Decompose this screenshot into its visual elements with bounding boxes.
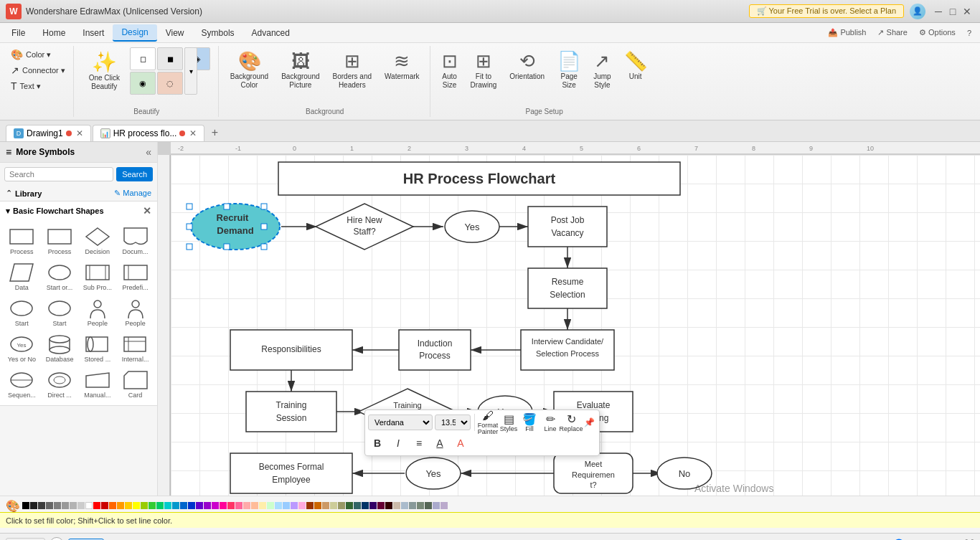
- color-swatch-darkpurple[interactable]: [377, 502, 385, 509]
- color-swatch-green3[interactable]: [156, 502, 164, 509]
- color-swatch-darkbrown[interactable]: [385, 502, 392, 509]
- color-swatch-purple2[interactable]: [204, 502, 211, 509]
- shape-people-2[interactable]: People: [118, 296, 153, 329]
- color-swatch-yellow[interactable]: [125, 502, 132, 509]
- align-button[interactable]: ≡: [410, 434, 428, 453]
- font-name-select[interactable]: Verdana: [368, 415, 433, 430]
- color-swatch-dark2[interactable]: [38, 502, 45, 509]
- tab1-close-icon[interactable]: ✕: [76, 128, 83, 138]
- color-swatch-black[interactable]: [22, 502, 29, 509]
- color-swatch-rose[interactable]: [298, 502, 306, 509]
- beautify-more[interactable]: ▾: [184, 47, 197, 95]
- publish-btn[interactable]: 📤 Publish: [822, 27, 872, 39]
- jump-style-button[interactable]: ↗ Jump Style: [588, 47, 616, 93]
- beautify-style-4[interactable]: ◉: [130, 72, 156, 95]
- color-swatch-indigo[interactable]: [369, 502, 377, 509]
- color-swatch-navy[interactable]: [362, 502, 369, 509]
- add-tab-button[interactable]: +: [206, 124, 223, 141]
- menu-file[interactable]: File: [3, 25, 34, 41]
- text-button[interactable]: T Text ▾: [7, 79, 69, 93]
- menu-advanced[interactable]: Advanced: [243, 25, 298, 41]
- color-swatch-khaki[interactable]: [330, 502, 337, 509]
- shape-process-1[interactable]: Process: [4, 224, 39, 257]
- shape-start-or[interactable]: Start or...: [42, 260, 77, 293]
- color-swatch-blue3[interactable]: [188, 502, 195, 509]
- background-picture-button[interactable]: 🖼 Background Picture: [275, 47, 325, 93]
- color-swatch-red2[interactable]: [101, 502, 108, 509]
- close-button[interactable]: ✕: [960, 4, 974, 19]
- connector-button[interactable]: ↗ Connector ▾: [7, 63, 69, 77]
- color-swatch-lightgreen1[interactable]: [267, 502, 274, 509]
- sidebar-collapse-icon[interactable]: «: [146, 146, 151, 158]
- shape-start-oval[interactable]: Start: [4, 296, 39, 329]
- color-swatch-darkgreen[interactable]: [346, 502, 353, 509]
- minimize-button[interactable]: ─: [931, 4, 946, 19]
- menu-home[interactable]: Home: [34, 25, 74, 41]
- color-swatch-gray3[interactable]: [62, 502, 69, 509]
- watermark-button[interactable]: ≋ Watermark: [379, 47, 425, 83]
- color-swatch-charcoal7[interactable]: [440, 502, 448, 509]
- color-swatch-pink2[interactable]: [220, 502, 227, 509]
- shape-document[interactable]: Docum...: [118, 224, 153, 257]
- menu-insert[interactable]: Insert: [74, 25, 113, 41]
- color-swatch-charcoal5[interactable]: [425, 502, 432, 509]
- color-swatch-green1[interactable]: [141, 502, 148, 509]
- shape-section-header[interactable]: ▾ Basic Flowchart Shapes ✕: [0, 202, 157, 220]
- underline-button[interactable]: A: [430, 434, 449, 453]
- shape-sequential[interactable]: Sequen...: [4, 368, 39, 401]
- menu-symbols[interactable]: Symbols: [193, 25, 243, 41]
- line-button[interactable]: ✏ Line: [541, 413, 560, 432]
- color-swatch-charcoal6[interactable]: [433, 502, 440, 509]
- options-btn[interactable]: ⚙ Options: [913, 27, 961, 39]
- color-swatch-peach[interactable]: [243, 502, 250, 509]
- tab-hr-process[interactable]: 📊 HR process flo... ✕: [93, 125, 205, 141]
- background-color-button[interactable]: 🎨 Background Color: [225, 47, 274, 93]
- color-swatch-brown1[interactable]: [306, 502, 314, 509]
- color-swatch-pink1[interactable]: [212, 502, 219, 509]
- color-swatch-orange1[interactable]: [109, 502, 116, 509]
- manage-link[interactable]: ✎ Manage: [114, 189, 151, 198]
- color-swatch-gray2[interactable]: [54, 502, 61, 509]
- color-swatch-orange2[interactable]: [117, 502, 124, 509]
- color-swatch-charcoal2[interactable]: [401, 502, 408, 509]
- shape-card[interactable]: Card: [118, 368, 153, 401]
- color-swatch-gray4[interactable]: [70, 502, 77, 509]
- shape-predefined[interactable]: Predefi...: [118, 260, 153, 293]
- color-swatch-charcoal4[interactable]: [417, 502, 424, 509]
- page-size-button[interactable]: 📄 Page Size: [552, 47, 586, 93]
- shape-internal[interactable]: Internal...: [118, 332, 153, 365]
- maximize-button[interactable]: □: [946, 4, 960, 19]
- pin-icon[interactable]: 📌: [583, 416, 596, 429]
- format-painter-button[interactable]: 🖌 Format Painter: [479, 413, 497, 432]
- shape-stored[interactable]: Stored ...: [80, 332, 116, 365]
- trial-banner[interactable]: 🛒 Your Free Trial is over. Select a Plan: [749, 4, 904, 18]
- section-close-icon[interactable]: ✕: [143, 205, 151, 217]
- color-swatch-red1[interactable]: [93, 502, 100, 509]
- color-swatch-darkteal[interactable]: [354, 502, 361, 509]
- shape-direct[interactable]: Direct ...: [42, 368, 77, 401]
- font-size-select[interactable]: 13.5: [435, 415, 471, 430]
- bold-button[interactable]: B: [368, 434, 387, 453]
- tab-drawing1[interactable]: D Drawing1 ✕: [6, 125, 91, 141]
- color-picker-icon[interactable]: 🎨: [6, 499, 19, 512]
- orientation-button[interactable]: ⟲ Orientation: [504, 47, 550, 83]
- color-swatch-tan[interactable]: [322, 502, 329, 509]
- color-swatch-lightblue2[interactable]: [283, 502, 290, 509]
- tab2-close-icon[interactable]: ✕: [189, 128, 197, 138]
- color-swatch-lightblue1[interactable]: [275, 502, 282, 509]
- search-input[interactable]: [4, 167, 113, 181]
- unit-button[interactable]: 📏 Unit: [618, 47, 653, 83]
- shape-decision[interactable]: Decision: [80, 224, 116, 257]
- auto-size-button[interactable]: ⊡ Auto Size: [436, 47, 463, 93]
- fill-button[interactable]: 🪣 Fill: [520, 413, 539, 432]
- italic-button[interactable]: I: [389, 434, 407, 453]
- beautify-style-2[interactable]: ◼: [157, 47, 183, 70]
- color-swatch-blue1[interactable]: [172, 502, 179, 509]
- color-swatch-blue2[interactable]: [180, 502, 187, 509]
- beautify-style-1[interactable]: ◻: [130, 47, 156, 70]
- shape-database[interactable]: Database: [42, 332, 77, 365]
- add-page-button[interactable]: +: [50, 537, 64, 541]
- color-button[interactable]: 🎨 Color ▾: [7, 47, 69, 62]
- shape-process-2[interactable]: Process: [42, 224, 77, 257]
- shape-yes-no[interactable]: Yes Yes or No: [4, 332, 39, 365]
